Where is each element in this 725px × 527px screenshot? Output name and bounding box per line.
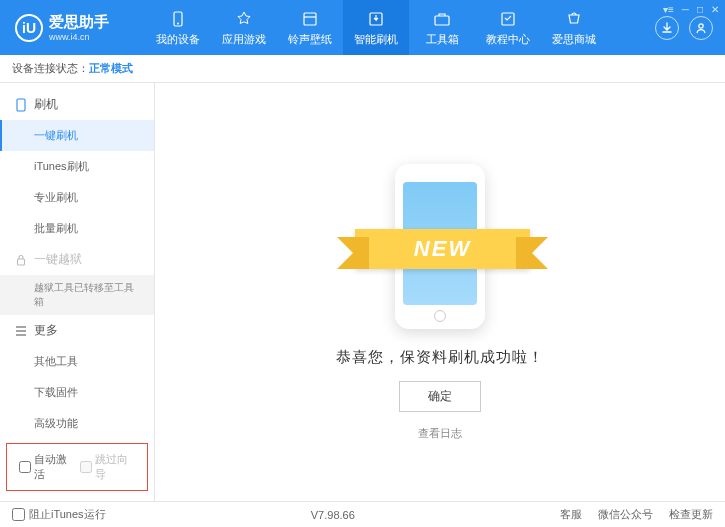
app-name: 爱思助手 [49, 13, 109, 32]
close-icon[interactable]: ✕ [711, 4, 719, 15]
svg-rect-2 [304, 13, 316, 25]
footer-link-2[interactable]: 检查更新 [669, 507, 713, 522]
svg-point-6 [699, 23, 703, 27]
main-content: NEW 恭喜您，保资料刷机成功啦！ 确定 查看日志 [155, 83, 725, 501]
menu-icon[interactable]: ▾≡ [663, 4, 674, 15]
status-mode: 正常模式 [89, 61, 133, 76]
view-log-link[interactable]: 查看日志 [418, 426, 462, 441]
more-icon [14, 324, 28, 338]
nav-2[interactable]: 铃声壁纸 [277, 0, 343, 55]
footer: 阻止iTunes运行 V7.98.66 客服微信公众号检查更新 [0, 501, 725, 527]
sidebar-item-0-1[interactable]: iTunes刷机 [0, 151, 154, 182]
nav-label: 应用游戏 [222, 32, 266, 47]
nav-icon-2 [300, 9, 320, 29]
top-nav: 我的设备应用游戏铃声壁纸智能刷机工具箱教程中心爱思商城 [145, 0, 643, 55]
nav-label: 爱思商城 [552, 32, 596, 47]
sidebar-group-0[interactable]: 刷机 [0, 89, 154, 120]
new-badge: NEW [355, 229, 530, 269]
group-label: 一键越狱 [34, 251, 82, 268]
window-controls: ▾≡ ─ □ ✕ [663, 4, 719, 15]
sidebar-item-0-2[interactable]: 专业刷机 [0, 182, 154, 213]
app-site: www.i4.cn [49, 32, 109, 42]
nav-icon-4 [432, 9, 452, 29]
nav-0[interactable]: 我的设备 [145, 0, 211, 55]
nav-label: 教程中心 [486, 32, 530, 47]
sidebar-group-2[interactable]: 更多 [0, 315, 154, 346]
device-info: iPhone 15 Pro Max 512GB iPhone [0, 495, 154, 501]
nav-label: 铃声壁纸 [288, 32, 332, 47]
nav-icon-0 [168, 9, 188, 29]
nav-icon-5 [498, 9, 518, 29]
nav-label: 智能刷机 [354, 32, 398, 47]
titlebar: iU 爱思助手 www.i4.cn 我的设备应用游戏铃声壁纸智能刷机工具箱教程中… [0, 0, 725, 55]
group-label: 更多 [34, 322, 58, 339]
user-icon[interactable] [689, 16, 713, 40]
auto-activate-checkbox[interactable]: 自动激活 [19, 452, 74, 482]
nav-5[interactable]: 教程中心 [475, 0, 541, 55]
footer-link-0[interactable]: 客服 [560, 507, 582, 522]
status-bar: 设备连接状态： 正常模式 [0, 55, 725, 83]
nav-icon-1 [234, 9, 254, 29]
sidebar-group-1[interactable]: 一键越狱 [0, 244, 154, 275]
sidebar-item-2-1[interactable]: 下载固件 [0, 377, 154, 408]
lock-icon [14, 253, 28, 267]
footer-link-1[interactable]: 微信公众号 [598, 507, 653, 522]
minimize-icon[interactable]: ─ [682, 4, 689, 15]
nav-label: 工具箱 [426, 32, 459, 47]
nav-6[interactable]: 爱思商城 [541, 0, 607, 55]
download-icon[interactable] [655, 16, 679, 40]
sidebar-item-0-3[interactable]: 批量刷机 [0, 213, 154, 244]
nav-icon-3 [366, 9, 386, 29]
phone-icon [14, 98, 28, 112]
nav-3[interactable]: 智能刷机 [343, 0, 409, 55]
sidebar-item-0-0[interactable]: 一键刷机 [0, 120, 154, 151]
nav-4[interactable]: 工具箱 [409, 0, 475, 55]
logo: iU 爱思助手 www.i4.cn [0, 13, 145, 42]
maximize-icon[interactable]: □ [697, 4, 703, 15]
nav-1[interactable]: 应用游戏 [211, 0, 277, 55]
skip-guide-checkbox[interactable]: 跳过向导 [80, 452, 135, 482]
sidebar-item-2-2[interactable]: 高级功能 [0, 408, 154, 439]
sidebar-item-1-0: 越狱工具已转移至工具箱 [0, 275, 154, 315]
status-prefix: 设备连接状态： [12, 61, 89, 76]
ok-button[interactable]: 确定 [399, 381, 481, 412]
sidebar: 刷机一键刷机iTunes刷机专业刷机批量刷机一键越狱越狱工具已转移至工具箱更多其… [0, 83, 155, 501]
svg-rect-7 [17, 99, 25, 111]
nav-label: 我的设备 [156, 32, 200, 47]
version-label: V7.98.66 [311, 509, 355, 521]
sidebar-item-2-0[interactable]: 其他工具 [0, 346, 154, 377]
logo-icon: iU [15, 14, 43, 42]
success-message: 恭喜您，保资料刷机成功啦！ [336, 348, 544, 367]
svg-rect-4 [435, 16, 449, 25]
svg-rect-8 [18, 259, 25, 265]
group-label: 刷机 [34, 96, 58, 113]
svg-point-1 [177, 22, 179, 24]
block-itunes-checkbox[interactable]: 阻止iTunes运行 [12, 507, 106, 522]
nav-icon-6 [564, 9, 584, 29]
success-illustration: NEW [340, 154, 540, 334]
checkbox-panel: 自动激活 跳过向导 [6, 443, 148, 491]
titlebar-right [643, 16, 725, 40]
